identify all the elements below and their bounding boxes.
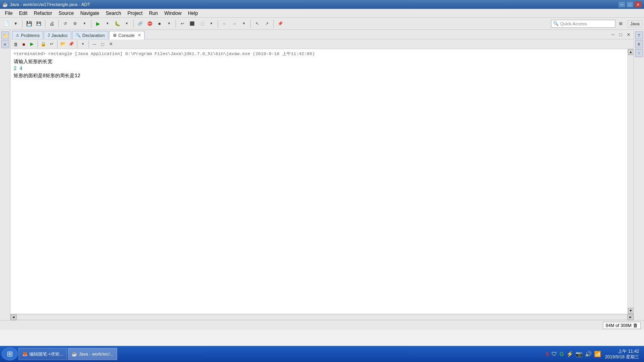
toolbar-btn-15[interactable]: ▼	[207, 19, 216, 28]
right-sidebar-icon-3[interactable]: !	[635, 49, 643, 57]
open-file-btn[interactable]: 📂	[60, 41, 67, 48]
toolbar-btn-20[interactable]: ↗	[262, 19, 271, 28]
toolbar-dropdown-4[interactable]: ▼	[80, 19, 89, 28]
save-button[interactable]: 💾	[25, 19, 33, 28]
toolbar-btn-4[interactable]: ⚙	[70, 19, 79, 28]
menu-run[interactable]: Run	[146, 10, 161, 17]
save-all-button[interactable]: 💾	[34, 19, 43, 28]
debug-button[interactable]: 🐛	[113, 19, 122, 28]
menu-refactor[interactable]: Refactor	[31, 10, 55, 17]
menu-help[interactable]: Help	[185, 10, 201, 17]
toolbar-btn-17[interactable]: →	[230, 19, 239, 28]
terminated-line: <terminated> rectangle [Java Application…	[14, 51, 624, 57]
tab-right-icons: ─ □ ✕	[609, 31, 634, 39]
volume-icon[interactable]: 🔊	[585, 351, 592, 357]
right-sidebar-icon-1[interactable]: T	[635, 31, 643, 39]
toolbar-btn-14[interactable]: ⬜	[197, 19, 206, 28]
terminate-btn[interactable]: ■	[20, 41, 27, 48]
maximize-button[interactable]: □	[626, 1, 634, 8]
console-line-3: 矩形的面积是8矩形的周长是12	[14, 72, 624, 79]
print-button[interactable]: 🖨	[47, 19, 56, 28]
tab-declaration[interactable]: 🔍 Declaration	[72, 31, 108, 39]
scroll-up-btn[interactable]: ▲	[628, 49, 634, 55]
menu-project[interactable]: Project	[124, 10, 146, 17]
tab-problems[interactable]: ⚠ Problems	[12, 31, 43, 39]
toolbar-btn-extra[interactable]: 📌	[276, 19, 285, 28]
minimize-button[interactable]: ─	[618, 1, 625, 8]
word-wrap-btn[interactable]: ↵	[48, 41, 55, 48]
console-view-close[interactable]: ✕	[107, 41, 114, 48]
toolbar-btn-8[interactable]: 🔗	[136, 19, 144, 28]
tab-console[interactable]: 🖥 Console ✕	[109, 31, 144, 39]
scroll-down-btn[interactable]: ▼	[628, 308, 634, 314]
view-menu-btn[interactable]: ▼	[79, 41, 87, 48]
refresh-button[interactable]: ↺	[61, 19, 70, 28]
system-tray: S 🛡 G ⚡ 📷 🔊 📶	[545, 351, 601, 357]
hscroll-track[interactable]	[17, 315, 627, 320]
right-sidebar-icon-2[interactable]: B	[635, 40, 643, 48]
menu-edit[interactable]: Edit	[16, 10, 31, 17]
menu-file[interactable]: File	[2, 10, 16, 17]
quick-access-label: Quick Access	[560, 21, 587, 26]
systray-icon-5[interactable]: 📷	[576, 351, 582, 357]
console-scrollbar[interactable]: ▲ ▼	[627, 49, 634, 314]
taskbar-java-label: Java - work/src/...	[79, 352, 114, 356]
toolbar-btn-13[interactable]: ⬛	[188, 19, 196, 28]
network-icon[interactable]: 📶	[594, 351, 601, 357]
gc-button[interactable]: 🗑	[633, 323, 638, 328]
relaunch-btn[interactable]: ▶	[28, 41, 35, 48]
clock[interactable]: 上午 11:42 2019/9/18 星期三	[602, 348, 642, 360]
tab-declaration-label: Declaration	[82, 33, 105, 38]
java-taskbar-icon: ☕	[72, 352, 77, 357]
toolbar-btn-10[interactable]: ■	[155, 19, 164, 28]
tab-javadoc[interactable]: J Javadoc	[44, 31, 71, 39]
systray-icon-4[interactable]: ⚡	[566, 351, 573, 357]
toolbar-btn-19[interactable]: ↖	[253, 19, 262, 28]
sidebar-icon-2[interactable]: ≡	[1, 40, 9, 48]
minimize-view-btn[interactable]: ─	[609, 31, 617, 38]
console-view-min[interactable]: ─	[91, 41, 98, 48]
console-tab-close[interactable]: ✕	[138, 33, 141, 37]
scroll-track[interactable]	[628, 55, 634, 308]
close-view-btn[interactable]: ✕	[625, 31, 632, 38]
clear-console-btn[interactable]: 🗑	[12, 41, 19, 48]
perspective-label[interactable]: Java	[627, 20, 642, 27]
scroll-lock-btn[interactable]: 🔒	[40, 41, 47, 48]
menu-navigate[interactable]: Navigate	[77, 10, 102, 17]
console-view-max[interactable]: □	[99, 41, 106, 48]
tab-javadoc-label: Javadoc	[51, 33, 68, 38]
toolbar-btn-9[interactable]: ⛔	[145, 19, 154, 28]
close-button[interactable]: ✕	[634, 1, 642, 8]
pin-btn[interactable]: 📌	[68, 41, 75, 48]
toolbar-btn-16[interactable]: ←	[220, 19, 229, 28]
new-button[interactable]: 📄	[2, 19, 10, 28]
memory-indicator: 84M of 308M 🗑	[603, 322, 641, 329]
menu-search[interactable]: Search	[103, 10, 124, 17]
run-dropdown[interactable]: ▼	[103, 19, 112, 28]
debug-dropdown[interactable]: ▼	[122, 19, 131, 28]
console-line-1: 请输入矩形的长宽	[14, 58, 624, 65]
start-button[interactable]: ⊞	[2, 348, 18, 360]
run-button[interactable]: ▶	[93, 19, 102, 28]
scroll-right-btn[interactable]: ►	[627, 314, 634, 320]
toolbar-btn-18[interactable]: ▼	[239, 19, 248, 28]
maximize-view-btn[interactable]: □	[617, 31, 624, 38]
quick-access-input[interactable]: 🔍 Quick Access	[551, 20, 615, 28]
systray-icon-1[interactable]: S	[545, 351, 549, 357]
open-button[interactable]: ▼	[11, 19, 20, 28]
taskbar-item-browser[interactable]: 🦊 编辑随笔·+求矩...	[19, 348, 67, 360]
toolbar-separator-5	[133, 20, 134, 28]
taskbar-item-java[interactable]: ☕ Java - work/src/...	[68, 348, 117, 360]
menu-source[interactable]: Source	[55, 10, 77, 17]
toolbar-btn-11[interactable]: ▼	[165, 19, 173, 28]
toolbar-btn-12[interactable]: ↩	[178, 19, 187, 28]
toolbar-view-btn[interactable]: ⊞	[616, 19, 625, 28]
console-content: <terminated> rectangle [Java Application…	[10, 49, 627, 314]
systray-icon-2[interactable]: 🛡	[551, 351, 557, 357]
sidebar-icon-1[interactable]: 📁	[1, 31, 9, 39]
console-panel-wrapper: ⚠ Problems J Javadoc 🔍 Declaration 🖥 Con…	[10, 30, 634, 320]
systray-icon-3[interactable]: G	[559, 351, 564, 357]
menu-window[interactable]: Window	[161, 10, 185, 17]
horizontal-scrollbar[interactable]: ◄ ►	[10, 314, 634, 320]
scroll-left-btn[interactable]: ◄	[10, 314, 17, 320]
